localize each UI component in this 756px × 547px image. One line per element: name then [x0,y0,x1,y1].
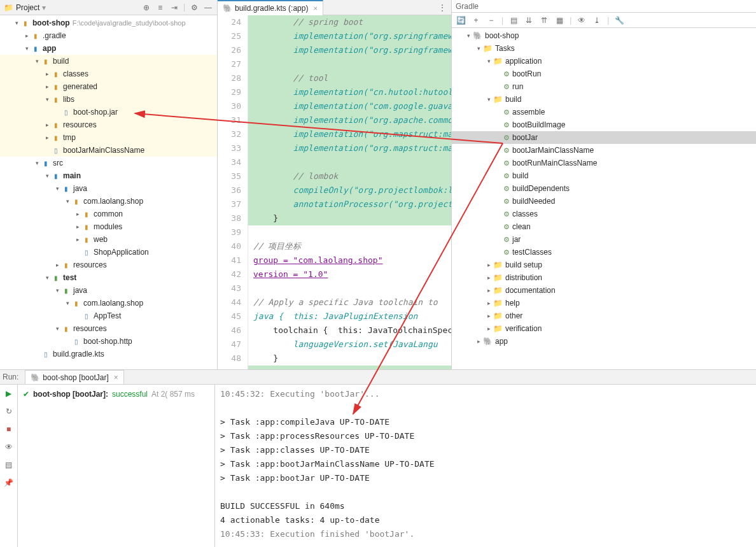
chevron-icon[interactable] [53,108,61,116]
chevron-icon[interactable]: ▾ [64,197,71,205]
code-line[interactable]: // tool [248,71,451,85]
chevron-icon[interactable] [43,146,51,154]
tab-overflow-icon[interactable]: ⋮ [437,3,447,13]
chevron-icon[interactable]: ▾ [43,172,51,180]
tree-row[interactable]: ▸▮resources [0,118,217,131]
chevron-icon[interactable]: ▸ [475,337,482,345]
code-line[interactable]: group = "com.laolang.shop" [248,253,451,267]
run-tree[interactable]: ✔ boot-shop [bootJar]: successful At 2( … [18,385,215,547]
gradle-row[interactable]: ▾📁build [452,93,756,106]
tree-row[interactable]: ▾▮java [0,182,217,195]
chevron-icon[interactable]: ▸ [485,287,493,294]
code-line[interactable]: implementation("cn.hutool:hutool- [248,85,451,99]
tree-row[interactable]: ▸▮generated [0,80,217,93]
chevron-icon[interactable]: ▾ [33,57,41,65]
gradle-row[interactable]: ▾📁Tasks [452,42,756,55]
tree-row[interactable]: ▾▮app [0,42,217,55]
hide-icon[interactable]: — [203,3,213,13]
gradle-row[interactable]: ▸📁documentation [452,284,756,297]
tree-row[interactable]: ▸▮resources [0,259,217,271]
gradle-row[interactable]: ⚙run [452,80,756,93]
expand-icon[interactable]: ≡ [155,3,165,13]
chevron-icon[interactable]: ▸ [43,121,51,129]
chevron-icon[interactable]: ▾ [13,19,20,27]
tree-row[interactable]: ▸▮common [0,208,217,220]
chevron-icon[interactable] [495,197,503,205]
gradle-row[interactable]: ▸📁distribution [452,271,756,284]
code-line[interactable]: implementation("org.mapstruct:map [248,127,451,141]
gradle-row[interactable]: ⚙bootJarMainClassName [452,144,756,157]
collapse-all-icon[interactable]: ⇈ [539,15,549,25]
tree-row[interactable]: ▸▮modules [0,220,217,233]
close-icon[interactable]: × [313,4,317,12]
chevron-icon[interactable]: ▸ [485,299,493,307]
code-line[interactable]: java { this: JavaPluginExtension [248,309,451,323]
chevron-icon[interactable]: ▾ [23,45,31,52]
code-line[interactable]: implementation("org.springframework [248,29,451,43]
offline-icon[interactable]: ⤓ [592,15,602,25]
run-config-icon[interactable]: ▤ [508,15,519,25]
chevron-icon[interactable]: ▾ [485,57,493,65]
remove-icon[interactable]: − [486,15,496,25]
chevron-icon[interactable]: ▸ [23,32,31,39]
chevron-icon[interactable] [495,185,503,192]
gradle-row[interactable]: ⚙bootBuildImage [452,118,756,131]
editor-body[interactable]: 2425262728293031323334353637383940414243… [218,15,451,369]
tree-row[interactable]: ▸▮tmp [0,131,217,144]
code-line[interactable]: compileOnly("org.projectlombok:lo [248,183,451,197]
editor-code-area[interactable]: // spring boot implementation("org.sprin… [248,15,451,369]
stop-icon[interactable]: ■ [4,424,14,434]
chevron-icon[interactable] [33,350,41,358]
gradle-row[interactable]: ⚙buildDependents [452,182,756,195]
layout-icon[interactable]: ▤ [4,460,14,470]
chevron-icon[interactable]: ▸ [485,274,493,281]
tree-row[interactable]: ▾▮com.laolang.shop [0,195,217,208]
chevron-icon[interactable] [64,337,71,345]
chevron-icon[interactable] [495,210,503,218]
gradle-row[interactable]: ⚙buildNeeded [452,195,756,208]
code-line[interactable]: toolchain { this: JavaToolchainSpec [248,323,451,337]
chevron-icon[interactable]: ▾ [53,325,61,332]
chevron-icon[interactable]: ▾ [53,287,61,294]
chevron-icon[interactable] [495,159,503,167]
chevron-icon[interactable] [74,312,81,320]
code-line[interactable]: implementation("org.mapstruct:map [248,141,451,155]
chevron-icon[interactable] [495,83,503,90]
settings-icon[interactable]: ⚙ [189,3,199,13]
gradle-row[interactable]: ▾📁application [452,55,756,67]
refresh-icon[interactable]: 🔄 [456,15,466,25]
tree-row[interactable]: ▾▮build [0,55,217,67]
gradle-tree[interactable]: ▾🐘boot-shop▾📁Tasks▾📁application⚙bootRun⚙… [452,28,756,369]
tree-row[interactable]: ▯AppTest [0,309,217,322]
gradle-row[interactable]: ⚙clean [452,220,756,233]
chevron-icon[interactable] [495,146,503,154]
tree-row[interactable]: ▾▮com.laolang.shop [0,297,217,309]
tree-row[interactable]: ▾▮libs [0,93,217,106]
chevron-icon[interactable]: ▾ [475,45,482,52]
gradle-row[interactable]: ⚙bootJar [452,131,756,144]
run-status-row[interactable]: ✔ boot-shop [bootJar]: successful At 2( … [20,388,212,400]
chevron-icon[interactable]: ▾ [53,185,61,192]
tree-row[interactable]: ▾▮java [0,284,217,297]
code-line[interactable]: } [248,352,451,366]
run-console-output[interactable]: 10:45:32: Executing 'bootJar'... > Task … [215,385,756,547]
chevron-icon[interactable] [495,236,503,243]
code-line[interactable]: // spring boot [248,15,451,29]
rerun-icon[interactable]: ↻ [4,406,14,416]
chevron-icon[interactable]: ▸ [74,236,81,243]
tree-row[interactable]: ▾▮main [0,169,217,182]
code-line[interactable]: implementation("org.springframework [248,43,451,57]
collapse-icon[interactable]: ⇥ [169,3,179,13]
editor-tab-build-gradle[interactable]: 🐘 build.gradle.kts (:app) × [218,0,323,15]
dropdown-icon[interactable]: ▾ [42,3,46,12]
chevron-icon[interactable]: ▸ [74,223,81,231]
code-line[interactable]: } [248,211,451,225]
code-line[interactable]: annotationProcessor("org.projectl [248,197,451,211]
gradle-row[interactable]: ⚙testClasses [452,246,756,259]
tree-row[interactable]: ▾▮test [0,271,217,284]
chevron-icon[interactable]: ▸ [43,83,51,90]
chevron-icon[interactable]: ▸ [485,261,493,269]
chevron-icon[interactable] [495,70,503,78]
code-line[interactable] [248,225,451,239]
tree-row[interactable]: ▸▮web [0,233,217,246]
